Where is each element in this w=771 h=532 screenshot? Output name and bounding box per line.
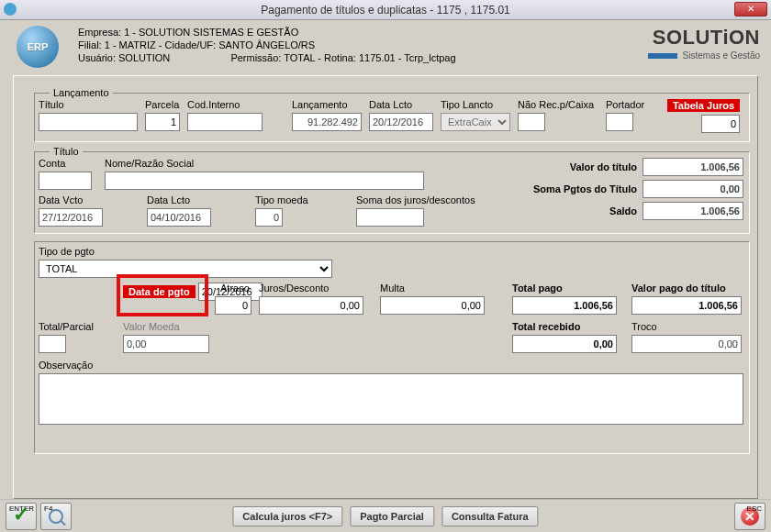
label-multa: Multa <box>380 283 485 294</box>
brand-logo: SOLUTiON Sistemas e Gestão <box>648 26 760 61</box>
input-valor-pago[interactable] <box>631 296 742 315</box>
check-icon <box>13 508 29 525</box>
label-soma-pgtos: Soma Pgtos do Título <box>472 183 637 194</box>
label-conta: Conta <box>39 158 92 169</box>
input-conta <box>39 172 92 190</box>
input-total-recebido[interactable] <box>512 335 617 353</box>
label-data-lcto2: Data Lcto <box>147 194 211 205</box>
label-total-recebido: Total recebido <box>512 321 617 332</box>
header-filial: Filial: 1 - MATRIZ - Cidade/UF: SANTO ÂN… <box>78 39 456 51</box>
label-cod-interno: Cod.Interno <box>187 99 268 110</box>
label-tipo-moeda: Tipo moeda <box>255 194 308 205</box>
input-tabela-juros[interactable] <box>701 115 740 133</box>
title-bar: Pagamento de títulos e duplicatas - 1175… <box>0 0 771 20</box>
label-titulo: Título <box>39 99 143 110</box>
window-title: Pagamento de títulos e duplicatas - 1175… <box>261 4 510 17</box>
input-valor-moeda <box>123 335 209 353</box>
label-tipo-lancto: Tipo Lancto <box>441 99 516 110</box>
calc-juros-button[interactable]: Calcula juros <F7> <box>232 506 342 526</box>
label-lancamento: Lançamento <box>292 99 367 110</box>
titulo-legend: Título <box>50 146 83 157</box>
label-valor-pago: Valor pago do título <box>631 283 742 294</box>
input-lancamento <box>292 113 362 131</box>
input-portador[interactable] <box>606 113 633 131</box>
label-parcela: Parcela <box>145 99 185 110</box>
display-saldo <box>642 202 743 220</box>
label-data-vcto: Data Vcto <box>39 194 103 205</box>
lancamento-legend: Lançamento <box>50 87 113 98</box>
input-total-pago[interactable] <box>512 296 617 315</box>
label-juros-desc: Juros/Desconto <box>259 283 363 294</box>
enter-button[interactable]: ENTER <box>6 503 37 530</box>
input-nao-rec[interactable] <box>518 113 545 131</box>
input-troco <box>631 335 742 353</box>
label-total-pago: Total pago <box>512 283 617 294</box>
select-tipo-pgto[interactable]: TOTAL <box>39 260 332 278</box>
label-nome: Nome/Razão Social <box>105 158 424 169</box>
bottom-toolbar: ENTER F4 Calcula juros <F7> Pagto Parcia… <box>0 499 771 532</box>
label-total-parcial: Total/Parcial <box>39 321 94 332</box>
input-total-parcial[interactable] <box>39 335 66 353</box>
label-valor-moeda: Valor Moeda <box>123 321 209 332</box>
header-info: Empresa: 1 - SOLUTION SISTEMAS E GESTÃO … <box>78 26 456 64</box>
brand-name: SOLUTiON <box>648 26 760 50</box>
app-icon <box>4 3 17 16</box>
input-soma-juros <box>356 208 424 227</box>
label-tipo-pgto: Tipo de pgto <box>39 246 332 257</box>
label-troco: Troco <box>631 321 742 332</box>
label-data-lcto: Data Lcto <box>369 99 439 110</box>
label-valor-titulo: Valor do título <box>472 161 637 172</box>
label-saldo: Saldo <box>472 205 637 216</box>
esc-button[interactable]: ESC ✕ <box>734 503 765 530</box>
brand-tagline: Sistemas e Gestão <box>683 50 760 61</box>
label-data-pgto: Data de pgto <box>123 285 196 298</box>
display-soma-pgtos <box>642 180 743 198</box>
input-juros-desc[interactable] <box>259 296 363 315</box>
pagto-parcial-button[interactable]: Pagto Parcial <box>350 506 434 526</box>
search-icon <box>49 509 63 524</box>
consulta-fatura-button[interactable]: Consulta Fatura <box>441 506 539 526</box>
header-usuario: Usuário: SOLUTION <box>78 52 170 63</box>
select-tipo-lancto: ExtraCaixa <box>441 113 510 131</box>
input-data-lcto2 <box>147 208 211 227</box>
label-soma-juros: Soma dos juros/descontos <box>356 194 475 205</box>
header-permissao: Permissão: TOTAL - Rotina: 1175.01 - Tcr… <box>230 52 455 63</box>
label-portador: Portador <box>606 99 659 110</box>
f4-button[interactable]: F4 <box>40 503 72 530</box>
input-data-lcto <box>369 113 433 131</box>
close-button[interactable]: ✕ <box>734 2 767 17</box>
input-titulo[interactable] <box>39 113 138 131</box>
textarea-observacao[interactable] <box>39 373 743 425</box>
display-valor-titulo <box>642 158 743 176</box>
input-nome <box>105 172 424 190</box>
input-multa[interactable] <box>380 296 485 315</box>
label-nao-rec: Não Rec.p/Caixa <box>518 99 604 110</box>
input-cod-interno[interactable] <box>187 113 263 131</box>
input-atraso[interactable] <box>215 296 251 315</box>
input-tipo-moeda <box>255 208 283 227</box>
input-parcela[interactable] <box>145 113 180 131</box>
header-empresa: Empresa: 1 - SOLUTION SISTEMAS E GESTÃO <box>78 26 456 39</box>
erp-logo: ERP <box>17 26 59 68</box>
label-atraso: Atraso <box>220 283 251 294</box>
input-data-vcto <box>39 208 103 227</box>
label-observacao: Observação <box>39 360 743 371</box>
label-tabela-juros: Tabela Juros <box>667 99 740 112</box>
